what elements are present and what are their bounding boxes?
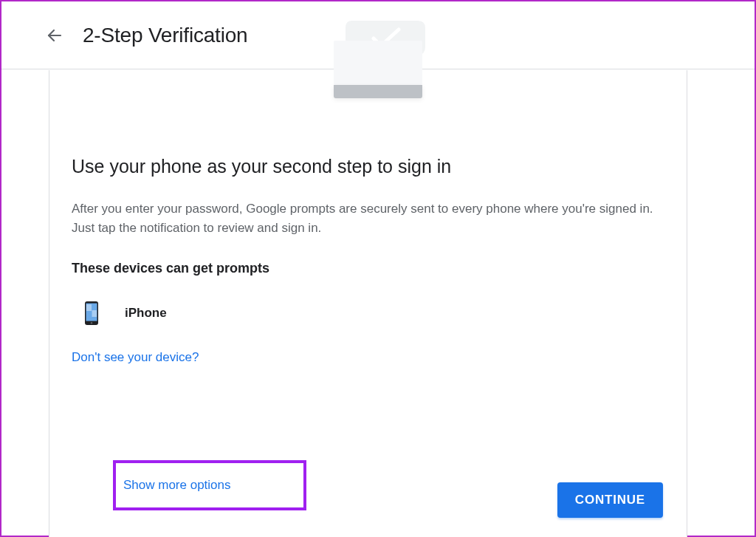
svg-point-5 bbox=[91, 322, 92, 324]
main-heading: Use your phone as your second step to si… bbox=[72, 156, 664, 177]
back-arrow-icon[interactable] bbox=[46, 27, 63, 44]
page-title: 2-Step Verification bbox=[83, 24, 247, 47]
checkmark-bubble-icon bbox=[343, 18, 428, 68]
svg-rect-4 bbox=[92, 310, 97, 317]
no-device-link[interactable]: Don't see your device? bbox=[72, 350, 199, 365]
devices-section-label: These devices can get prompts bbox=[72, 261, 664, 276]
description-text: After you enter your password, Google pr… bbox=[72, 199, 655, 239]
show-more-options-highlight: Show more options bbox=[113, 460, 306, 510]
device-row: iPhone bbox=[72, 294, 664, 332]
device-name: iPhone bbox=[125, 306, 167, 321]
svg-rect-3 bbox=[86, 304, 92, 311]
show-more-options-link[interactable]: Show more options bbox=[123, 478, 231, 493]
continue-button[interactable]: CONTINUE bbox=[557, 482, 663, 518]
phone-icon bbox=[85, 301, 98, 325]
content-card: Use your phone as your second step to si… bbox=[49, 70, 687, 537]
